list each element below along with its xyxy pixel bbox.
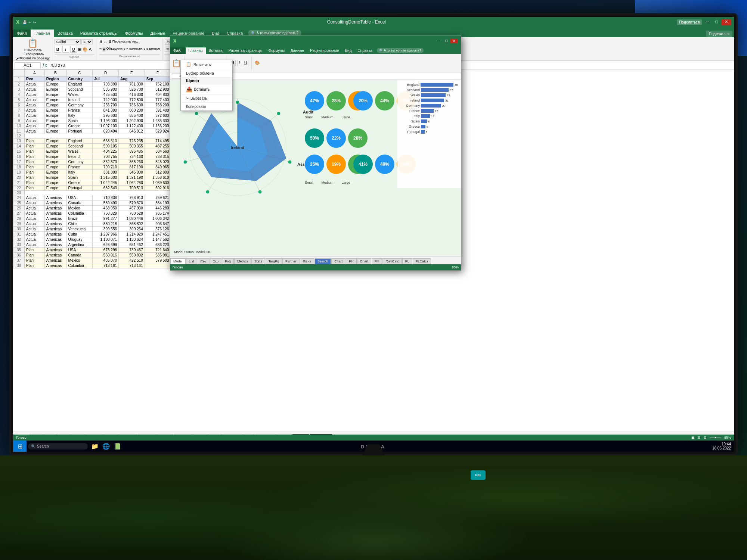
- cell-type[interactable]: Actual: [25, 113, 45, 118]
- cell-region[interactable]: Europe: [44, 175, 66, 180]
- cell-type[interactable]: Plan: [25, 149, 45, 154]
- cell-sep[interactable]: 376 126: [145, 227, 171, 232]
- cell-jul[interactable]: 395 600: [93, 113, 119, 118]
- overlay-sheet-tab-search[interactable]: Search: [314, 258, 331, 264]
- overlay-italic[interactable]: I: [237, 60, 241, 66]
- overlay-sheet-tab-model[interactable]: Model: [170, 258, 186, 264]
- cell-aug[interactable]: 713 161: [119, 263, 145, 268]
- overlay-sheet-tab-metrics[interactable]: Metrics: [234, 258, 251, 264]
- cell-aug[interactable]: 579 370: [119, 200, 145, 206]
- cell-type[interactable]: Actual: [25, 103, 45, 108]
- cell-country[interactable]: Canada: [66, 253, 93, 258]
- cell-country[interactable]: England: [66, 139, 93, 144]
- cell-sep[interactable]: 487 255: [145, 144, 171, 149]
- cell-jul[interactable]: 675 296: [93, 248, 119, 253]
- cell-country[interactable]: Mexico: [66, 206, 93, 211]
- overlay-sheet-tab-targprj[interactable]: TargPrj: [266, 258, 282, 264]
- col-header-d[interactable]: D: [93, 70, 119, 77]
- taskbar-icon-chrome[interactable]: 🌐: [100, 441, 112, 452]
- cell-region[interactable]: Europe: [44, 149, 66, 154]
- cell-sep[interactable]: 1 089 600: [145, 180, 171, 186]
- cell-sep[interactable]: 1 147 562: [145, 237, 171, 242]
- cell-type[interactable]: Plan: [25, 253, 45, 258]
- page-layout-button[interactable]: ⊞: [698, 436, 701, 439]
- cell-sep[interactable]: 564 190: [145, 200, 171, 206]
- close-button[interactable]: ✕: [722, 19, 731, 25]
- cell-type[interactable]: Actual: [25, 211, 45, 216]
- cell-country[interactable]: Wales: [66, 92, 93, 97]
- cell-type[interactable]: Actual: [25, 87, 45, 92]
- cell-country[interactable]: Spain: [66, 175, 93, 180]
- cell-sep[interactable]: [145, 263, 171, 268]
- taskbar-icon-excel[interactable]: 📗: [112, 441, 123, 452]
- overlay-tab-home[interactable]: Главная: [186, 47, 206, 54]
- overlay-underline[interactable]: U: [243, 60, 248, 66]
- cell-aug[interactable]: 1 133 624: [119, 237, 145, 242]
- paste-button[interactable]: 📋: [28, 38, 38, 48]
- cell-region[interactable]: Europe: [44, 87, 66, 92]
- taskbar-search[interactable]: 🔍Search: [28, 443, 88, 449]
- cell-country[interactable]: Germany: [66, 103, 93, 108]
- cell-jul[interactable]: 706 755: [93, 154, 119, 159]
- cell-aug[interactable]: 1 202 900: [119, 118, 145, 124]
- cell-region[interactable]: Americas: [44, 216, 66, 221]
- cell-aug[interactable]: 768 913: [119, 195, 145, 200]
- cell-type[interactable]: Actual: [25, 108, 45, 113]
- cell-jul[interactable]: 710 838: [93, 195, 119, 200]
- cell-aug[interactable]: 865 260: [119, 159, 145, 165]
- cell-region[interactable]: Europe: [44, 113, 66, 118]
- tab-layout[interactable]: Разметка страницы: [77, 29, 121, 37]
- cell-type[interactable]: Plan: [25, 154, 45, 159]
- context-clipboard[interactable]: 📤Вставить: [181, 84, 232, 94]
- copy-button[interactable]: 📄Копировать: [22, 52, 44, 56]
- cell-type[interactable]: Actual: [25, 92, 45, 97]
- cell-jul[interactable]: 589 490: [93, 200, 119, 206]
- name-box[interactable]: AC1: [15, 62, 41, 68]
- cell-type[interactable]: Actual: [25, 118, 45, 124]
- overlay-sheet-tab-list[interactable]: List: [186, 258, 197, 264]
- cell-country[interactable]: Chile: [66, 221, 93, 227]
- cell-region[interactable]: Americas: [44, 200, 66, 206]
- cell-country[interactable]: Venezuela: [66, 227, 93, 232]
- cell-country[interactable]: Columbia: [66, 211, 93, 216]
- maximize-button[interactable]: □: [712, 19, 721, 25]
- col-header-b[interactable]: B: [44, 70, 66, 77]
- align-bottom-button[interactable]: ⬇: [108, 40, 112, 44]
- cell-aug[interactable]: 416 300: [119, 92, 145, 97]
- cell-aug[interactable]: 390 264: [119, 227, 145, 232]
- cell-region[interactable]: Americas: [44, 227, 66, 232]
- cell-country[interactable]: Columbia: [66, 263, 93, 268]
- cell-aug[interactable]: 868 802: [119, 221, 145, 227]
- cell-aug[interactable]: 526 700: [119, 87, 145, 92]
- cell-sep[interactable]: 404 800: [145, 92, 171, 97]
- overlay-sheet-tab-ph[interactable]: PH: [346, 258, 357, 264]
- redo-icon[interactable]: ↪: [33, 20, 36, 24]
- cell-region[interactable]: Europe: [44, 180, 66, 186]
- cell-aug[interactable]: 345 000: [119, 170, 145, 175]
- function-icon[interactable]: ƒx: [42, 63, 47, 68]
- minimize-button[interactable]: ─: [703, 19, 712, 25]
- cell-type[interactable]: Plan: [25, 170, 45, 175]
- cell-c1[interactable]: Country: [66, 77, 93, 82]
- tab-insert[interactable]: Вставка: [54, 29, 77, 37]
- cell-sep[interactable]: 446 280: [145, 206, 171, 211]
- cell-jul[interactable]: 703 800: [93, 82, 119, 87]
- overlay-sheet-tab-chart[interactable]: Chart: [357, 258, 371, 264]
- overlay-sheet-tab-plcalcs[interactable]: PLCalcs: [413, 258, 431, 264]
- cell-type[interactable]: Actual: [25, 206, 45, 211]
- cell-country[interactable]: Greece: [66, 180, 93, 186]
- cell-sep[interactable]: 629 924: [145, 129, 171, 134]
- merge-center-button[interactable]: Объединить и поместить в центре: [106, 47, 160, 52]
- cell-region[interactable]: Europe: [44, 170, 66, 175]
- cell-sep[interactable]: 692 916: [145, 186, 171, 191]
- cell-type[interactable]: Actual: [25, 227, 45, 232]
- share-button[interactable]: Поделиться: [677, 19, 702, 25]
- cell-type[interactable]: Actual: [25, 242, 45, 248]
- cell-country[interactable]: Uruguay: [66, 237, 93, 242]
- cell-aug[interactable]: 1 064 280: [119, 180, 145, 186]
- cell-aug[interactable]: 786 600: [119, 103, 145, 108]
- cell-jul[interactable]: 560 016: [93, 253, 119, 258]
- overlay-tab-layout[interactable]: Разметка страницы: [226, 47, 266, 54]
- cell-jul[interactable]: 1 196 000: [93, 118, 119, 124]
- overlay-tab-data[interactable]: Данные: [288, 47, 307, 54]
